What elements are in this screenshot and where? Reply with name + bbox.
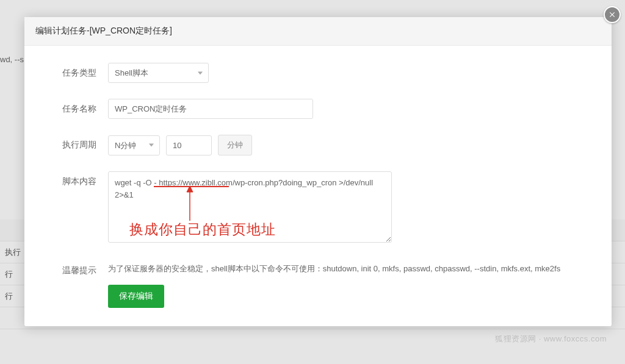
period-row: 执行周期 N分钟 分钟: [35, 135, 601, 155]
annotation-arrow-icon: [184, 186, 196, 223]
script-row: 脚本内容 wget -q -O - https://www.zibll.com/…: [35, 171, 601, 244]
task-type-select[interactable]: Shell脚本: [108, 63, 209, 83]
hint-text: 为了保证服务器的安全稳定，shell脚本中以下命令不可使用：shutdown, …: [108, 260, 560, 276]
modal-title: 编辑计划任务-[WP_CRON定时任务]: [24, 17, 612, 46]
save-button[interactable]: 保存编辑: [108, 285, 164, 308]
task-name-row: 任务名称: [35, 99, 601, 119]
task-type-label: 任务类型: [62, 63, 108, 79]
task-type-row: 任务类型 Shell脚本: [35, 63, 601, 83]
save-row: 保存编辑: [35, 281, 601, 308]
task-name-input[interactable]: [108, 99, 313, 119]
period-unit-label: 分钟: [218, 135, 252, 155]
hint-label: 温馨提示: [62, 260, 108, 276]
period-label: 执行周期: [62, 135, 108, 151]
close-button[interactable]: [604, 6, 621, 23]
period-select[interactable]: N分钟: [108, 135, 160, 155]
period-value-input[interactable]: [166, 135, 212, 155]
edit-cron-modal: 编辑计划任务-[WP_CRON定时任务] 任务类型 Shell脚本 任务名称: [24, 17, 612, 326]
script-label: 脚本内容: [62, 171, 108, 187]
svg-marker-1: [187, 186, 193, 192]
watermark: 狐狸资源网 · www.foxccs.com: [495, 334, 607, 344]
close-icon: [608, 10, 616, 19]
hint-row: 温馨提示 为了保证服务器的安全稳定，shell脚本中以下命令不可使用：shutd…: [35, 260, 601, 276]
modal-body: 任务类型 Shell脚本 任务名称 执行周期: [24, 46, 612, 326]
annotation-text: 换成你自己的首页地址: [129, 220, 276, 239]
task-name-label: 任务名称: [62, 99, 108, 115]
